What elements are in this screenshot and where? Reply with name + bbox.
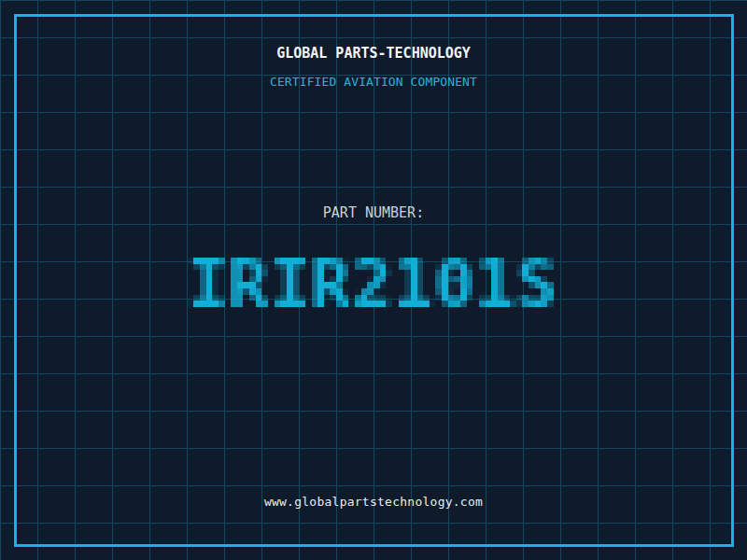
certification-tagline: CERTIFIED AVIATION COMPONENT <box>0 76 747 88</box>
part-number-label: PART NUMBER: <box>0 206 747 220</box>
website-url: www.globalpartstechnology.com <box>0 496 747 508</box>
company-name: GLOBAL PARTS-TECHNOLOGY <box>0 47 747 61</box>
part-certificate-card: GLOBAL PARTS-TECHNOLOGY CERTIFIED AVIATI… <box>0 0 747 560</box>
part-number-display <box>181 239 566 338</box>
